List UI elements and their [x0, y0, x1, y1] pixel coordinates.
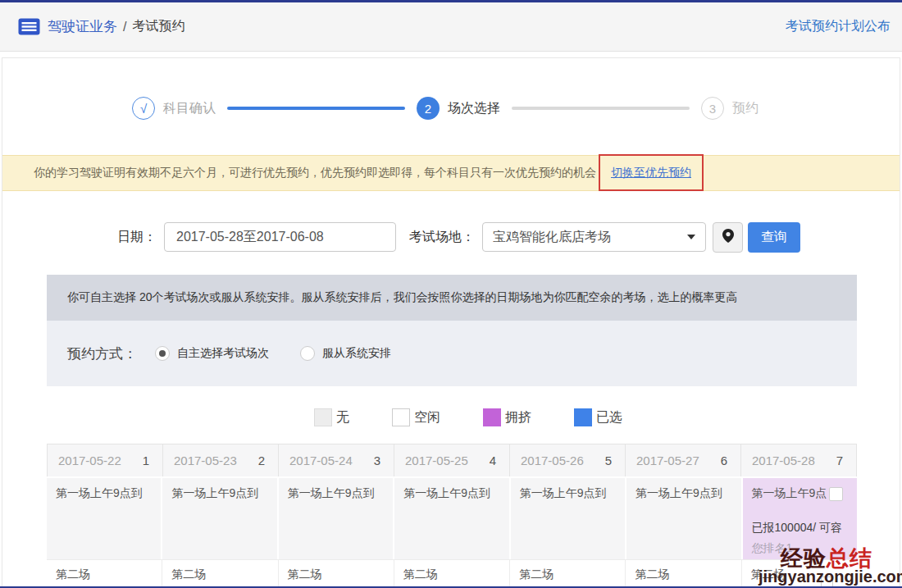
session2-row: 第二场 第二场 第二场 第二场 第二场 第二场 第二场	[47, 559, 857, 588]
column-header: 2017-05-27 6	[625, 444, 740, 476]
radio-system-arrange-label[interactable]: 服从系统安排	[322, 346, 391, 361]
watermark-domain: jingyanzongjie.com	[758, 567, 902, 586]
date-range-value: 2017-05-28至2017-06-08	[176, 229, 324, 246]
stepper: √ 科目确认 2 场次选择 3 预约	[2, 89, 900, 127]
session1-slot-unavailable: 第一场上午9点到	[393, 476, 508, 559]
venue-label: 考试场地：	[409, 229, 475, 246]
legend-swatch-selected	[574, 408, 592, 426]
column-header: 2017-05-23 2	[162, 444, 278, 476]
booking-mode-bar: 预约方式： 自主选择考试场次 服从系统安排	[47, 321, 857, 386]
session1-row: 第一场上午9点到 第一场上午9点到 第一场上午9点到 第一场上午9点到 第一场上…	[47, 476, 857, 559]
radio-self-select-label[interactable]: 自主选择考试场次	[177, 346, 269, 361]
session2-slot[interactable]: 第二场	[394, 559, 509, 588]
step-2-number: 2	[417, 97, 440, 120]
slot-title: 第一场上午9点	[752, 486, 827, 501]
step-3-number: 3	[701, 97, 724, 120]
schedule-table: 2017-05-22 1 2017-05-23 2 2017-05-24 3 2…	[47, 444, 857, 588]
stepper-connector-pending	[512, 107, 690, 110]
location-pin-icon	[722, 229, 734, 245]
session2-slot[interactable]: 第二场	[47, 559, 162, 588]
session2-slot[interactable]: 第二场	[625, 559, 740, 588]
booking-mode-label: 预约方式：	[67, 344, 137, 363]
legend-label-free: 空闲	[414, 409, 440, 426]
priority-notice-text: 你的学习驾驶证明有效期不足六个月，可进行优先预约，优先预约即选即得，每个科目只有…	[34, 166, 596, 180]
session1-slot-unavailable: 第一场上午9点到	[277, 476, 393, 559]
legend-label-none: 无	[336, 409, 349, 426]
column-header: 2017-05-28 7	[740, 444, 857, 476]
filter-row: 日期： 2017-05-28至2017-06-08 考试场地： 宝鸡智能化底店考…	[2, 221, 900, 253]
session2-slot[interactable]: 第二场	[509, 559, 625, 588]
list-icon	[18, 18, 40, 35]
step-2-label: 场次选择	[448, 100, 500, 117]
search-button[interactable]: 查询	[748, 222, 800, 253]
step-reserve: 3 预约	[701, 97, 758, 120]
session1-slot-unavailable: 第一场上午9点到	[509, 476, 625, 559]
column-day: 5	[605, 454, 612, 467]
main-panel: √ 科目确认 2 场次选择 3 预约 你的学习驾驶证明有效期不足六个月，可进行优…	[2, 57, 900, 588]
chevron-down-icon	[687, 235, 695, 239]
column-date: 2017-05-26	[521, 454, 584, 467]
slot-checkbox[interactable]	[829, 487, 843, 501]
session2-slot[interactable]: 第二场	[278, 559, 394, 588]
breadcrumb-separator: /	[123, 20, 126, 34]
column-date: 2017-05-27	[636, 454, 699, 467]
legend-item-crowded: 拥挤	[483, 408, 531, 426]
app-header: 驾驶证业务 / 考试预约 考试预约计划公布	[0, 2, 902, 52]
column-date: 2017-05-24	[289, 454, 353, 467]
priority-notice-bar: 你的学习驾驶证明有效期不足六个月，可进行优先预约，优先预约即选即得，每个科目只有…	[2, 155, 900, 191]
radio-system-arrange[interactable]	[300, 346, 315, 361]
step-subject-confirm: √ 科目确认	[132, 97, 216, 120]
session1-slot-unavailable: 第一场上午9点到	[47, 476, 161, 559]
slot-title-row: 第一场上午9点	[752, 486, 852, 501]
slot-legend: 无 空闲 拥挤 已选	[2, 401, 900, 434]
column-day: 1	[143, 454, 149, 467]
legend-item-selected: 已选	[574, 408, 622, 426]
legend-item-none: 无	[314, 408, 349, 426]
column-day: 6	[721, 454, 727, 467]
session2-slot[interactable]: 第二场	[162, 559, 277, 588]
column-date: 2017-05-25	[405, 454, 468, 467]
legend-label-crowded: 拥挤	[505, 409, 531, 426]
date-range-input[interactable]: 2017-05-28至2017-06-08	[164, 222, 396, 252]
step-1-check-icon: √	[132, 97, 155, 120]
column-day: 4	[490, 454, 496, 467]
session1-slot-unavailable: 第一场上午9点到	[161, 476, 276, 559]
system-note-bar: 你可自主选择 20个考试场次或服从系统安排。服从系统安排后，我们会按照你选择的日…	[47, 275, 857, 321]
radio-selected-dot	[159, 350, 166, 357]
switch-priority-link[interactable]: 切换至优先预约	[611, 166, 691, 179]
venue-select[interactable]: 宝鸡智能化底店考场	[482, 222, 706, 252]
column-header: 2017-05-26 5	[509, 444, 625, 476]
legend-swatch-free	[392, 408, 410, 426]
session1-slot-unavailable: 第一场上午9点到	[625, 476, 740, 559]
legend-item-free: 空闲	[392, 408, 440, 426]
legend-swatch-none	[314, 408, 332, 426]
column-date: 2017-05-28	[752, 454, 815, 467]
exam-plan-link[interactable]: 考试预约计划公布	[786, 18, 891, 35]
breadcrumb-section-link[interactable]: 驾驶证业务	[48, 17, 117, 36]
switch-priority-link-wrap: 切换至优先预约	[611, 166, 691, 180]
step-session-select: 2 场次选择	[417, 97, 500, 120]
radio-self-select[interactable]	[155, 346, 170, 361]
step-3-label: 预约	[732, 100, 758, 117]
breadcrumb-page-title: 考试预约	[132, 18, 184, 35]
legend-swatch-crowded	[483, 408, 501, 426]
schedule-header-row: 2017-05-22 1 2017-05-23 2 2017-05-24 3 2…	[47, 444, 857, 476]
system-note-text: 你可自主选择 20个考试场次或服从系统安排。服从系统安排后，我们会按照你选择的日…	[67, 290, 737, 305]
column-header: 2017-05-22 1	[47, 444, 162, 476]
legend-label-selected: 已选	[596, 409, 622, 426]
column-date: 2017-05-23	[174, 454, 237, 467]
slot-capacity: 已报100004/ 可容	[752, 521, 852, 536]
column-date: 2017-05-22	[58, 454, 121, 467]
map-location-button[interactable]	[713, 222, 743, 253]
column-header: 2017-05-24 3	[278, 444, 394, 476]
column-day: 7	[836, 454, 843, 467]
step-1-label: 科目确认	[163, 100, 216, 117]
date-label: 日期：	[117, 229, 157, 246]
venue-selected-value: 宝鸡智能化底店考场	[493, 229, 611, 246]
column-header: 2017-05-25 4	[394, 444, 509, 476]
stepper-connector-done	[227, 107, 405, 110]
column-day: 3	[374, 454, 380, 467]
column-day: 2	[258, 454, 265, 467]
